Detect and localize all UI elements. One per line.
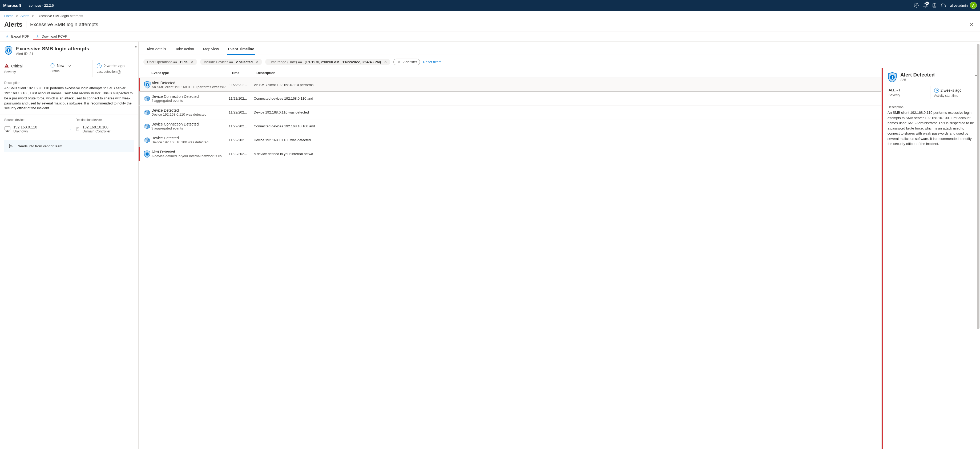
reader-icon[interactable] [930, 0, 939, 11]
table-row[interactable]: Alert DetectedA device defined in your i… [138, 147, 881, 161]
filter-user-operations[interactable]: User Operations == Hide✕ [143, 59, 197, 65]
status-value: New [57, 64, 64, 68]
row-time: 11/22/202... [229, 110, 254, 114]
description-text: An SMB client 192.168.0.110 performs exc… [4, 86, 134, 111]
row-desc: An SMB client 192.168.0.110 performs [254, 83, 878, 87]
row-subtitle: A device defined in your internal networ… [151, 154, 229, 158]
shield-icon [142, 81, 152, 88]
dest-device-label: Destination device [76, 118, 134, 123]
notifications-icon[interactable]: 0 [921, 0, 930, 11]
device-row: Source device 192.168.0.110 Unknown → De… [0, 115, 138, 137]
detail-desc-label: Description [888, 105, 975, 110]
row-time: 11/22/202... [229, 152, 254, 156]
breadcrumb-alerts[interactable]: Alerts [21, 14, 29, 18]
tab-map-view[interactable]: Map view [202, 45, 220, 55]
arrow-icon: → [67, 119, 72, 132]
alert-panel: Excessive SMB login attempts Alert ID: 2… [0, 41, 138, 449]
description-label: Description [4, 81, 134, 86]
svg-rect-18 [147, 84, 148, 85]
detail-shield-icon [888, 72, 897, 83]
clock-icon [97, 64, 102, 68]
dest-ip: 192.168.10.100 [83, 125, 111, 129]
reset-filters-link[interactable]: Reset filters [423, 60, 442, 64]
svg-rect-22 [147, 154, 147, 155]
chat-icon [8, 143, 14, 149]
table-row[interactable]: Alert DetectedAn SMB client 192.168.0.11… [138, 78, 881, 92]
user-name: alice-admin [950, 3, 968, 8]
user-avatar: A [970, 2, 977, 9]
add-filter-button[interactable]: Add filter [393, 59, 420, 65]
status-dropdown[interactable]: New [50, 64, 88, 69]
detail-severity-value: ALERT [889, 88, 929, 92]
export-pdf-button[interactable]: Export PDF [3, 33, 32, 40]
cube-icon [141, 96, 151, 102]
th-event-type[interactable]: Event type [151, 71, 231, 75]
note-text: Needs info from vendor team [18, 144, 62, 148]
row-time: 11/22/202... [229, 83, 254, 87]
table-row[interactable]: Device Connection Detected3 aggregated e… [138, 119, 881, 133]
severity-icon [4, 64, 9, 68]
info-icon[interactable]: i [118, 70, 121, 74]
shield-icon [141, 150, 151, 158]
collapse-left-icon[interactable]: « [135, 45, 136, 49]
svg-rect-4 [8, 51, 9, 52]
event-table: Event type Time Description Alert Detect… [138, 68, 881, 449]
detection-value: 2 weeks ago [104, 64, 125, 68]
svg-rect-21 [147, 153, 147, 154]
page-title: Alerts [4, 21, 26, 28]
row-subtitle: 3 aggregated events [151, 126, 229, 130]
right-panel: Alert detailsTake actionMap viewEvent Ti… [138, 41, 980, 449]
detail-num: 225 [900, 78, 935, 82]
filter-time-range[interactable]: Time range (Date) == (1/1/1970, 2:00:00 … [265, 59, 390, 65]
svg-rect-6 [6, 67, 7, 67]
svg-rect-3 [8, 49, 9, 51]
user-menu[interactable]: alice-admin A [948, 2, 977, 9]
tab-alert-details[interactable]: Alert details [146, 45, 167, 55]
row-desc: A device defined in your internal netwo [254, 152, 879, 156]
remove-filter-icon[interactable]: ✕ [190, 60, 194, 64]
tab-event-timeline[interactable]: Event Timeline [228, 45, 255, 55]
row-subtitle: An SMB client 192.168.0.110 performs exc… [152, 85, 229, 89]
severity-label: Severity [4, 70, 41, 74]
detail-start-label: Activity start time [934, 93, 975, 97]
table-row[interactable]: Device DetectedDevice 192.168.0.110 was … [138, 105, 881, 119]
main-content: Excessive SMB login attempts Alert ID: 2… [0, 41, 980, 449]
svg-point-0 [915, 5, 917, 6]
th-description[interactable]: Description [256, 71, 879, 75]
source-name: Unknown [13, 129, 37, 133]
breadcrumb-home[interactable]: Home [4, 14, 14, 18]
row-desc: Connected devices 192.168.0.110 and [254, 97, 879, 100]
row-subtitle: Device 192.168.0.110 was detected [151, 113, 229, 116]
row-subtitle: 4 aggregated events [151, 99, 229, 103]
table-row[interactable]: Device DetectedDevice 192.168.10.100 was… [138, 133, 881, 147]
table-row[interactable]: Device Connection Detected4 aggregated e… [138, 92, 881, 105]
collapse-right-icon[interactable]: » [975, 72, 976, 77]
filter-bar: User Operations == Hide✕ Include Devices… [138, 55, 980, 68]
svg-rect-7 [5, 127, 10, 130]
scrollbar[interactable] [976, 41, 980, 449]
settings-icon[interactable] [912, 0, 921, 11]
note-banner[interactable]: Needs info from vendor team [4, 140, 134, 152]
notification-badge: 0 [925, 2, 929, 5]
remove-filter-icon[interactable]: ✕ [383, 60, 388, 64]
page-header: Alerts Excessive SMB login attempts ✕ [0, 19, 980, 31]
tab-take-action[interactable]: Take action [175, 45, 194, 55]
row-title: Device Connection Detected [151, 94, 229, 99]
filter-include-devices[interactable]: Include Devices == 2 selected✕ [200, 59, 262, 65]
th-time[interactable]: Time [231, 71, 256, 75]
detail-title: Alert Detected [900, 72, 935, 78]
close-icon[interactable]: ✕ [967, 21, 976, 29]
clock-icon [934, 88, 939, 93]
tenant-label: contoso - 22.2.6 [25, 3, 54, 8]
row-time: 11/22/202... [229, 138, 254, 142]
alert-title: Excessive SMB login attempts [16, 46, 89, 52]
remove-filter-icon[interactable]: ✕ [255, 60, 259, 64]
top-bar: Microsoft contoso - 22.2.6 0 alice-admin… [0, 0, 980, 11]
svg-rect-24 [892, 76, 893, 78]
download-pcap-button[interactable]: Download PCAP [33, 33, 70, 40]
row-title: Alert Detected [152, 81, 229, 85]
row-title: Device Detected [151, 108, 229, 113]
dest-name: Domain Controller [83, 129, 111, 133]
cloud-icon[interactable] [939, 0, 948, 11]
detail-desc-text: An SMB client 192.168.0.110 performs exc… [888, 110, 975, 146]
